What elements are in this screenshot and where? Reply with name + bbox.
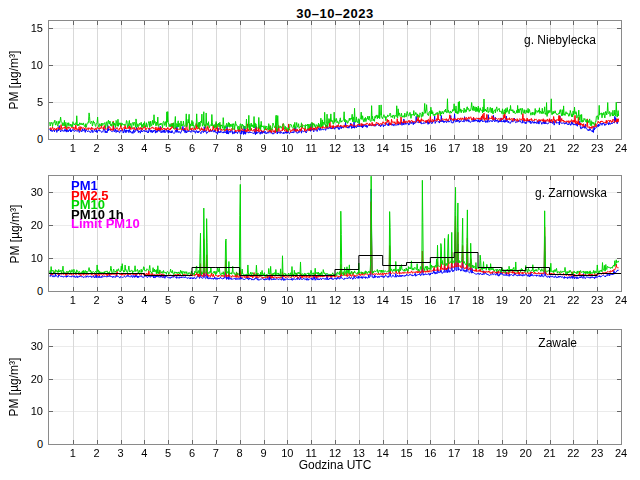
x-tick-label: 6 [179, 142, 205, 155]
x-tick-label: 13 [346, 142, 372, 155]
station-label: g. Zarnowska [535, 186, 607, 200]
subplot-zawale: 0102030123456789101112131415161718192021… [48, 329, 622, 445]
y-axis-label: PM [µg/m³] [6, 21, 22, 139]
subplot-niebylecka: 0510151234567891011121314151617181920212… [48, 20, 622, 140]
x-tick-label: 20 [513, 294, 539, 307]
x-tick-label: 14 [370, 142, 396, 155]
x-tick-label: 15 [394, 294, 420, 307]
x-tick-label: 10 [274, 142, 300, 155]
x-tick-label: 12 [322, 294, 348, 307]
x-tick-label: 18 [465, 294, 491, 307]
station-label: g. Niebylecka [524, 33, 596, 47]
x-tick-label: 23 [584, 294, 610, 307]
x-tick-label: 6 [179, 294, 205, 307]
x-tick-label: 4 [131, 294, 157, 307]
subplot-zarnowska: 0102030123456789101112131415161718192021… [48, 175, 622, 292]
x-tick-label: 14 [370, 294, 396, 307]
x-tick-label: 16 [417, 294, 443, 307]
x-tick-label: 21 [537, 142, 563, 155]
x-axis-label: Godzina UTC [49, 458, 621, 472]
x-tick-label: 1 [60, 142, 86, 155]
y-axis-label: PM [µg/m³] [6, 176, 22, 291]
station-label: Zawale [538, 336, 577, 350]
figure-title: 30–10–2023 [49, 6, 621, 21]
x-tick-label: 17 [441, 294, 467, 307]
x-tick-label: 12 [322, 142, 348, 155]
x-tick-label: 20 [513, 142, 539, 155]
y-axis-label: PM [µg/m³] [6, 330, 22, 444]
x-tick-label: 22 [560, 294, 586, 307]
x-tick-label: 18 [465, 142, 491, 155]
plot-canvas-2 [49, 330, 621, 444]
x-tick-label: 19 [489, 294, 515, 307]
x-tick-label: 3 [108, 294, 134, 307]
x-tick-label: 1 [60, 294, 86, 307]
x-tick-label: 5 [155, 294, 181, 307]
legend-label-limit-pm10: Limit PM10 [71, 218, 140, 230]
x-tick-label: 11 [298, 142, 324, 155]
x-tick-label: 21 [537, 294, 563, 307]
matlab-figure: 30–10–2023 05101512345678910111213141516… [0, 0, 640, 480]
x-tick-label: 8 [227, 294, 253, 307]
x-tick-label: 17 [441, 142, 467, 155]
x-tick-label: 22 [560, 142, 586, 155]
x-tick-label: 4 [131, 142, 157, 155]
x-tick-label: 19 [489, 142, 515, 155]
x-tick-label: 23 [584, 142, 610, 155]
x-tick-label: 11 [298, 294, 324, 307]
x-tick-label: 16 [417, 142, 443, 155]
x-tick-label: 24 [608, 142, 634, 155]
x-tick-label: 9 [251, 294, 277, 307]
x-tick-label: 2 [84, 294, 110, 307]
x-tick-label: 10 [274, 294, 300, 307]
x-tick-label: 7 [203, 294, 229, 307]
x-tick-label: 2 [84, 142, 110, 155]
x-tick-label: 15 [394, 142, 420, 155]
x-tick-label: 13 [346, 294, 372, 307]
x-tick-label: 24 [608, 294, 634, 307]
x-tick-label: 8 [227, 142, 253, 155]
x-tick-label: 7 [203, 142, 229, 155]
x-tick-label: 5 [155, 142, 181, 155]
x-tick-label: 3 [108, 142, 134, 155]
x-tick-label: 9 [251, 142, 277, 155]
